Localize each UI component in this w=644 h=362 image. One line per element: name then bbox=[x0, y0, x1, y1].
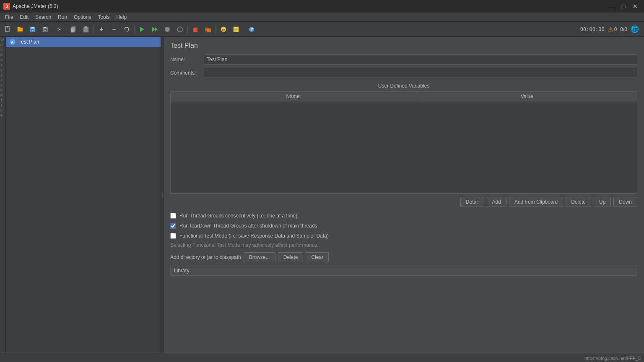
svg-marker-16 bbox=[125, 28, 126, 30]
svg-text:?: ? bbox=[251, 27, 253, 32]
name-row: Name: bbox=[170, 54, 637, 65]
name-label: Name: bbox=[170, 57, 204, 62]
svg-rect-23 bbox=[195, 27, 196, 28]
udv-col-name: Name: bbox=[171, 92, 417, 101]
clear-all-button[interactable] bbox=[202, 23, 214, 35]
menu-search[interactable]: Search bbox=[32, 13, 55, 21]
udv-table: Name: Value bbox=[170, 91, 637, 101]
svg-marker-17 bbox=[140, 27, 144, 32]
options-section: Run Thread Groups consecutively (i.e. on… bbox=[170, 212, 637, 248]
svg-text:A: A bbox=[11, 40, 14, 44]
run-ratio: 0/0 bbox=[620, 26, 627, 32]
run-consecutive-label[interactable]: Run Thread Groups consecutively (i.e. on… bbox=[179, 213, 297, 219]
collapse-button[interactable]: − bbox=[108, 23, 120, 35]
functional-mode-row: Functional Test Mode (i.e. save Response… bbox=[170, 232, 637, 240]
svg-rect-2 bbox=[18, 27, 20, 28]
add-button[interactable]: Add bbox=[487, 197, 506, 207]
separator-6 bbox=[244, 25, 244, 34]
open-button[interactable] bbox=[14, 23, 26, 35]
run-consecutive-checkbox[interactable] bbox=[170, 213, 176, 219]
comments-input[interactable] bbox=[204, 68, 637, 78]
svg-rect-26 bbox=[207, 28, 211, 32]
svg-rect-10 bbox=[44, 30, 46, 31]
cut-button[interactable]: ✂ bbox=[55, 23, 67, 35]
teardown-label[interactable]: Run tearDown Thread Groups after shutdow… bbox=[179, 223, 317, 229]
menu-help[interactable]: Help bbox=[113, 13, 130, 21]
add-clipboard-button[interactable]: Add from Clipboard bbox=[509, 197, 563, 207]
svg-rect-22 bbox=[193, 28, 197, 32]
toolbar-right: 00:00:00 ⚠ 0 0/0 🌐 bbox=[580, 25, 642, 33]
delete-button[interactable]: Delete bbox=[566, 197, 591, 207]
minimize-button[interactable]: — bbox=[606, 2, 617, 11]
maximize-button[interactable]: □ bbox=[618, 2, 629, 11]
menu-tools[interactable]: Tools bbox=[94, 13, 113, 21]
window-controls: — □ ✕ bbox=[606, 2, 641, 11]
copy-button[interactable] bbox=[68, 23, 79, 35]
detail-button[interactable]: Detail bbox=[460, 197, 484, 207]
save-button[interactable] bbox=[39, 23, 51, 35]
clear-results-button[interactable] bbox=[190, 23, 201, 35]
close-button[interactable]: ✕ bbox=[630, 2, 641, 11]
left-edge-labels: W C 0 b a 1 c 1 = = b a 1 1 c e bbox=[0, 37, 6, 354]
separator-4 bbox=[187, 25, 188, 34]
browse-button[interactable]: Browse... bbox=[244, 252, 275, 262]
clear-classpath-button[interactable]: Clear bbox=[306, 252, 329, 262]
run-thread-groups-row: Run Thread Groups consecutively (i.e. on… bbox=[170, 212, 637, 220]
sidebar-item-test-plan[interactable]: A Test Plan bbox=[6, 37, 161, 47]
menu-file[interactable]: File bbox=[2, 13, 16, 21]
start-no-pause-button[interactable] bbox=[149, 23, 161, 35]
classpath-label: Add directory or jar to classpath bbox=[170, 254, 241, 260]
svg-marker-18 bbox=[152, 27, 155, 32]
menu-edit[interactable]: Edit bbox=[16, 13, 32, 21]
functional-mode-note: Selecting Functional Test Mode may adver… bbox=[170, 242, 637, 248]
menu-run[interactable]: Run bbox=[55, 13, 70, 21]
toolbar: ✂ + − fx ? 00:00:00 bbox=[0, 22, 644, 37]
down-button[interactable]: Down bbox=[613, 197, 637, 207]
teardown-checkbox[interactable] bbox=[170, 223, 176, 229]
udv-title: User Defined Variables bbox=[170, 83, 637, 89]
menu-options[interactable]: Options bbox=[70, 13, 94, 21]
svg-rect-6 bbox=[32, 30, 34, 31]
separator-2 bbox=[93, 25, 94, 34]
stop-button[interactable] bbox=[161, 23, 173, 35]
test-plan-icon: A bbox=[9, 39, 16, 45]
help-button[interactable]: ? bbox=[246, 23, 257, 35]
name-input[interactable] bbox=[204, 54, 637, 65]
comments-row: Comments: bbox=[170, 68, 637, 78]
shutdown-button[interactable] bbox=[174, 23, 186, 35]
title-bar-left: J Apache JMeter (5.3) bbox=[3, 3, 58, 10]
svg-rect-4 bbox=[31, 27, 34, 28]
udv-body-area[interactable] bbox=[170, 101, 637, 194]
library-table: Library bbox=[170, 266, 637, 276]
template-button[interactable] bbox=[230, 23, 242, 35]
action-buttons: Detail Add Add from Clipboard Delete Up … bbox=[170, 197, 637, 207]
reset-button[interactable] bbox=[121, 23, 132, 35]
start-button[interactable] bbox=[136, 23, 148, 35]
comments-label: Comments: bbox=[170, 70, 204, 76]
functional-mode-label[interactable]: Functional Test Mode (i.e. save Response… bbox=[179, 233, 329, 239]
functional-mode-checkbox[interactable] bbox=[170, 233, 176, 239]
expand-button[interactable]: + bbox=[96, 23, 107, 35]
classpath-section: Add directory or jar to classpath Browse… bbox=[170, 252, 637, 262]
svg-rect-8 bbox=[44, 27, 46, 28]
new-button[interactable] bbox=[2, 23, 13, 35]
svg-text:fx: fx bbox=[222, 28, 225, 32]
function-helper-button[interactable]: fx bbox=[218, 23, 229, 35]
delete-classpath-button[interactable]: Delete bbox=[278, 252, 304, 262]
svg-rect-13 bbox=[71, 28, 75, 32]
paste-button[interactable] bbox=[80, 23, 92, 35]
status-url: https://blog.csdn.net/FFF_5 bbox=[584, 356, 641, 361]
sidebar-item-label-test-plan: Test Plan bbox=[18, 39, 39, 45]
svg-rect-1 bbox=[18, 28, 23, 31]
svg-marker-19 bbox=[155, 27, 158, 32]
warning-badge: ⚠ 0 bbox=[608, 26, 617, 33]
title-bar: J Apache JMeter (5.3) — □ ✕ bbox=[0, 0, 644, 13]
separator-1 bbox=[53, 25, 53, 34]
udv-section: User Defined Variables Name: Value bbox=[170, 83, 637, 194]
globe-icon: 🌐 bbox=[631, 25, 639, 33]
svg-text:✂: ✂ bbox=[57, 26, 62, 33]
svg-rect-15 bbox=[85, 26, 87, 28]
up-button[interactable]: Up bbox=[594, 197, 611, 207]
panel: Test Plan Name: Comments: User Defined V… bbox=[164, 37, 644, 281]
save-all-button[interactable] bbox=[27, 23, 39, 35]
